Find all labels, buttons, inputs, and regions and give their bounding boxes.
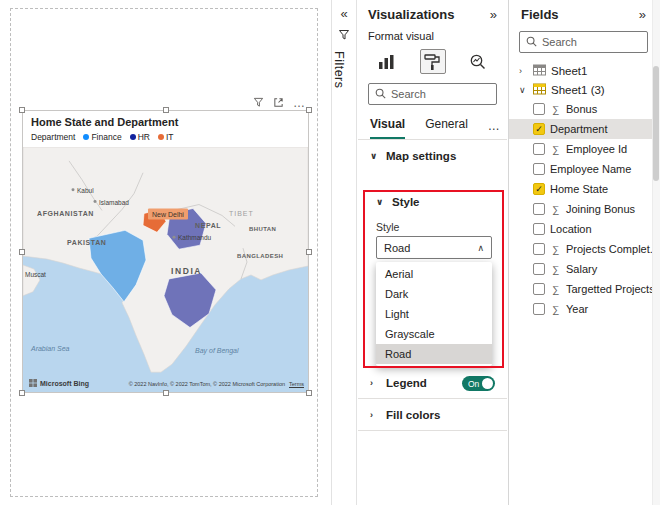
map-area: New Delhi Kabul Islamabad AFGHANISTAN TI… [23,147,308,392]
map-label-arabian-sea: Arabian Sea [30,345,70,352]
format-tabs: Visual General … [358,105,507,139]
fields-tree: › Sheet1 ∨ Sheet1 (3) ∑ Bonus ✓ De [509,61,660,319]
chevron-right-icon: › [370,378,379,388]
scrollbar-thumb[interactable] [653,66,659,181]
collapse-visualizations-icon[interactable]: » [490,7,497,22]
fields-title: Fields [521,7,559,22]
visual-toolbar: … [253,94,306,112]
style-option-road[interactable]: Road [376,344,492,364]
field-row-home-state[interactable]: ✓ Home State [509,179,660,199]
map-label-kathmandu: Kathmandu [178,234,212,241]
map-canvas[interactable]: New Delhi Kabul Islamabad AFGHANISTAN TI… [23,147,308,392]
sigma-icon: ∑ [550,244,561,255]
chevron-right-icon: › [370,410,379,420]
visual-legend: Department Finance HR IT [23,128,308,142]
legend-dot-hr [130,134,136,140]
focus-mode-icon[interactable] [273,94,284,112]
style-option-dark[interactable]: Dark [376,284,492,304]
sigma-icon: ∑ [550,284,561,295]
chevron-up-icon: ∧ [477,243,484,253]
selection-handle[interactable] [163,390,169,396]
analytics-icon[interactable] [465,49,491,74]
field-row-employee-name[interactable]: Employee Name [509,159,660,179]
field-row-department[interactable]: ✓ Department [509,119,660,139]
table-icon [533,64,546,78]
legend-title: Department [31,132,75,142]
fields-scrollbar[interactable] [652,0,660,505]
legend-toggle-state: On [468,379,479,389]
section-map-settings[interactable]: ∨ Map settings [358,140,507,172]
format-more-icon[interactable]: … [488,119,500,139]
sigma-icon: ∑ [550,204,561,215]
selection-handle[interactable] [19,107,25,113]
map-label-nepal: NEPAL [195,222,221,229]
field-checkbox[interactable] [533,163,545,175]
city-dot-islamabad [94,200,97,203]
fields-search-input[interactable] [542,36,641,48]
fields-search-box [519,31,648,53]
style-dropdown-value: Road [384,242,410,254]
field-checkbox[interactable] [533,303,545,315]
field-checkbox[interactable] [533,263,545,275]
divider [358,430,507,431]
tab-general[interactable]: General [425,117,468,139]
map-label-afghanistan: AFGHANISTAN [37,210,94,217]
field-checkbox[interactable] [533,143,545,155]
map-label-kabul: Kabul [77,187,94,194]
collapse-fields-icon[interactable]: » [639,7,646,22]
viz-search-input[interactable] [391,88,490,100]
field-checkbox[interactable] [533,103,545,115]
legend-toggle[interactable]: On [462,376,495,391]
field-row-year[interactable]: ∑ Year [509,299,660,319]
map-label-bangladesh: BANGLADESH [237,253,283,259]
table-sheet1[interactable]: › Sheet1 [509,61,660,80]
field-row-salary[interactable]: ∑ Salary [509,259,660,279]
section-fill-colors[interactable]: › Fill colors [358,404,507,426]
viz-search-box [368,83,497,105]
selection-handle[interactable] [19,390,25,396]
field-row-targetted-projects[interactable]: ∑ Targetted Projects [509,279,660,299]
expand-filters-icon[interactable]: « [332,6,356,21]
search-icon [526,33,537,51]
section-style[interactable]: ∨ Style [376,196,420,208]
section-legend[interactable]: › Legend On [358,372,507,394]
bing-grid-icon [29,379,37,387]
terms-link[interactable]: Terms [289,381,304,387]
table-sheet1-3[interactable]: ∨ Sheet1 (3) [509,80,660,99]
report-canvas[interactable]: … Home State and Department Department F… [0,0,331,505]
selection-handle[interactable] [306,390,312,396]
chevron-right-icon: › [519,66,528,76]
field-row-employee-id[interactable]: ∑ Employee Id [509,139,660,159]
selection-handle[interactable] [163,107,169,113]
field-row-location[interactable]: Location [509,219,660,239]
style-dropdown[interactable]: Road ∧ [376,236,492,259]
style-option-aerial[interactable]: Aerial [376,264,492,284]
map-label-bay-of-bengal: Bay of Bengal [195,347,239,355]
filter-icon[interactable] [253,94,264,112]
map-label-tibet: TIBET [229,210,254,217]
field-checkbox[interactable] [533,283,545,295]
tab-visual[interactable]: Visual [370,117,405,139]
style-option-light[interactable]: Light [376,304,492,324]
field-row-joining-bonus[interactable]: ∑ Joining Bonus [509,199,660,219]
filters-pane-label: Filters [332,51,346,89]
style-option-grayscale[interactable]: Grayscale [376,324,492,344]
field-checkbox[interactable]: ✓ [533,183,545,195]
visualizations-title: Visualizations [368,7,454,22]
field-checkbox[interactable]: ✓ [533,123,545,135]
field-checkbox[interactable] [533,223,545,235]
map-attribution: Microsoft Bing © 2022 NavInfo, © 2022 To… [29,379,304,387]
field-checkbox[interactable] [533,243,545,255]
build-visual-icon[interactable] [374,49,400,74]
selection-handle[interactable] [306,249,312,255]
selection-handle[interactable] [306,107,312,113]
more-options-icon[interactable]: … [293,99,306,107]
field-checkbox[interactable] [533,203,545,215]
map-label-new-delhi: New Delhi [152,211,184,218]
map-visual[interactable]: … Home State and Department Department F… [22,110,309,393]
filters-pane-collapsed[interactable]: « Filters [331,0,357,505]
format-visual-icon[interactable] [420,49,446,74]
field-row-bonus[interactable]: ∑ Bonus [509,99,660,119]
field-row-projects-completed[interactable]: ∑ Projects Complet... [509,239,660,259]
selection-handle[interactable] [19,249,25,255]
